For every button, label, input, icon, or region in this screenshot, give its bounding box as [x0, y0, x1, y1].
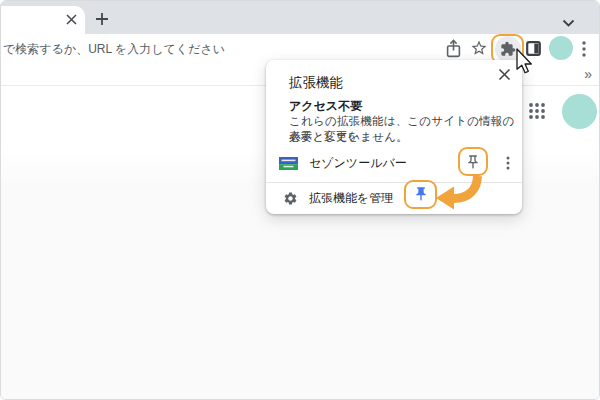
gear-icon	[283, 191, 298, 206]
pin-toggle-button[interactable]	[458, 147, 488, 176]
browser-window: で検索するか、URL を入力してください	[0, 0, 600, 400]
extension-menu-button[interactable]	[500, 153, 516, 173]
side-panel-icon	[526, 41, 541, 56]
extensions-button[interactable]	[495, 36, 521, 62]
access-description-line2: 必要としていません。	[289, 130, 408, 145]
tab-close-button[interactable]	[64, 12, 78, 26]
tab-search-button[interactable]	[562, 14, 576, 24]
pin-outline-icon	[465, 154, 481, 170]
google-apps-button[interactable]	[528, 102, 546, 120]
access-heading: アクセス不要	[289, 98, 362, 115]
pin-filled-blue-icon	[413, 186, 429, 202]
manage-extensions-label: 拡張機能を管理	[309, 190, 393, 207]
omnibox-text[interactable]: で検索するか、URL を入力してください	[3, 41, 225, 58]
profile-avatar-button[interactable]	[549, 36, 573, 60]
bookmark-star-button[interactable]	[470, 39, 488, 57]
plus-icon	[95, 12, 109, 26]
bookmarks-overflow-chevron[interactable]: »	[584, 66, 592, 82]
close-icon	[498, 68, 511, 81]
new-tab-button[interactable]	[94, 11, 109, 26]
share-button[interactable]	[445, 38, 462, 59]
tab-strip	[1, 1, 599, 34]
manage-extensions-row[interactable]: 拡張機能を管理	[266, 182, 522, 214]
close-icon	[66, 14, 77, 25]
three-dots-icon	[582, 41, 586, 57]
pinned-example-annotation	[404, 180, 437, 209]
saison-toolbar-logo-icon	[279, 157, 298, 170]
chevron-down-icon	[562, 19, 575, 28]
apps-grid-icon	[528, 102, 546, 120]
side-panel-button[interactable]	[526, 41, 541, 56]
toolbar: で検索するか、URL を入力してください	[1, 34, 599, 63]
three-dots-icon	[506, 156, 510, 170]
popup-title: 拡張機能	[289, 74, 343, 92]
share-icon	[445, 39, 462, 59]
extensions-popup: 拡張機能 アクセス不要 これらの拡張機能は、このサイトの情報の表示、変更を 必要…	[266, 60, 522, 214]
extension-name: セゾンツールバー	[309, 155, 407, 172]
popup-close-button[interactable]	[494, 64, 514, 84]
page-profile-avatar[interactable]	[562, 94, 597, 129]
browser-menu-button[interactable]	[580, 40, 588, 57]
puzzle-icon	[500, 41, 516, 57]
star-icon	[470, 39, 488, 57]
